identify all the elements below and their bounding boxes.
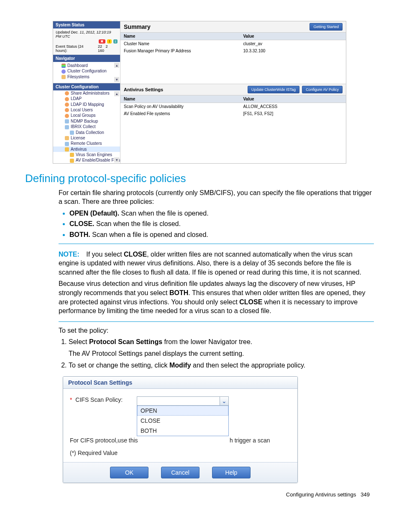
col-name: Name xyxy=(120,95,240,103)
scroll-down-icon[interactable]: ▾ xyxy=(114,157,119,162)
gear-icon xyxy=(61,69,66,74)
system-status-header: System Status xyxy=(53,21,120,28)
col-value: Value xyxy=(240,33,346,40)
warn-icon: ! xyxy=(107,39,112,44)
update-istag-button[interactable]: Update ClusterWide ISTag xyxy=(248,86,299,93)
ok-button[interactable]: OK xyxy=(110,467,148,478)
required-icon: * xyxy=(70,396,72,403)
summary-title: Summary xyxy=(124,23,151,30)
combo-dropdown: OPEN CLOSE BOTH xyxy=(137,406,229,436)
event-status-label: Event Status (24 hours): xyxy=(56,44,96,53)
protocol-dialog: Protocol Scan Settings * CIFS Scan Polic… xyxy=(63,376,298,483)
combo-option-close[interactable]: CLOSE xyxy=(137,416,228,426)
users-icon xyxy=(65,97,69,101)
summary-row: Cluster Name cluster_av xyxy=(120,40,346,47)
note-label: NOTE: xyxy=(59,251,79,258)
getting-started-button[interactable]: Getting Started xyxy=(309,23,343,31)
disk-icon xyxy=(65,125,69,129)
cifs-policy-combo[interactable]: ⌄ OPEN CLOSE BOTH xyxy=(137,396,229,436)
shield-icon xyxy=(65,147,69,152)
dialog-title: Protocol Scan Settings xyxy=(63,377,297,389)
col-value: Value xyxy=(240,95,346,103)
required-note: (*) Required Value xyxy=(70,450,291,456)
cc-local-groups[interactable]: Local Groups xyxy=(53,113,120,118)
field-description: For CIFS protocol,use this h trigger a s… xyxy=(70,437,291,444)
note-block: NOTE: If you select CLOSE, older written… xyxy=(59,244,374,322)
app-screenshot: System Status Updated Dec. 11, 2012, 12:… xyxy=(53,21,346,164)
combo-option-open[interactable]: OPEN xyxy=(137,406,228,416)
configure-av-button[interactable]: Configure AV Policy xyxy=(302,86,343,93)
cluster-config-header: Cluster Configuration xyxy=(53,83,120,90)
doc-icon xyxy=(65,136,69,140)
db-icon xyxy=(65,119,69,123)
summary-row: Fusion Manager Primary IP Address 10.3.3… xyxy=(120,47,346,54)
status-updated: Updated Dec. 11, 2012, 12:10:19 PM UTC xyxy=(56,30,118,39)
info-icon: i xyxy=(113,39,118,44)
steps-list: Select Protocol Scan Settings from the l… xyxy=(59,337,374,370)
col-name: Name xyxy=(120,33,240,40)
field-label: * CIFS Scan Policy: xyxy=(70,396,137,403)
av-row: AV Enabled File systems [FS1, FS3, FS2] xyxy=(120,110,346,117)
cc-virus-engines[interactable]: Virus Scan Engines xyxy=(53,152,120,157)
nav-dashboard[interactable]: Dashboard xyxy=(53,63,120,68)
scroll-down-icon[interactable]: ▾ xyxy=(114,77,119,82)
cc-ldap[interactable]: LDAP xyxy=(53,96,120,101)
list-item: To set or change the setting, click Modi… xyxy=(69,361,374,370)
combo-input[interactable] xyxy=(137,396,220,406)
help-button[interactable]: Help xyxy=(212,467,251,478)
users-icon xyxy=(65,103,69,107)
cc-av-enable[interactable]: AV Enable/Disable Filesystems xyxy=(53,157,120,163)
combo-option-both[interactable]: BOTH xyxy=(137,426,228,436)
users-icon xyxy=(65,114,69,118)
disk-icon xyxy=(70,131,74,135)
cc-license[interactable]: License xyxy=(53,135,120,141)
intro-para: For certain file sharing protocols (curr… xyxy=(59,188,374,206)
navigator-header: Navigator xyxy=(53,55,120,62)
cc-ndmp[interactable]: NDMP Backup xyxy=(53,118,120,124)
cancel-button[interactable]: Cancel xyxy=(161,467,200,478)
error-icon: ✖ xyxy=(99,39,105,44)
cc-local-users[interactable]: Local Users xyxy=(53,107,120,113)
scroll-up-icon[interactable]: ▴ xyxy=(114,63,119,68)
nav-cluster-config[interactable]: Cluster Configuration xyxy=(53,68,120,74)
cc-ibrix[interactable]: IBRIX Collect xyxy=(53,124,120,129)
folder-icon xyxy=(61,75,66,79)
cc-data-collection[interactable]: Data Collection xyxy=(53,130,120,135)
av-row: Scan Policy on AV Unavailability ALLOW_A… xyxy=(120,103,346,110)
policy-list: OPEN (Default). Scan when the file is op… xyxy=(59,209,374,239)
users-icon xyxy=(65,91,69,95)
cc-antivirus[interactable]: Antivirus xyxy=(53,146,120,152)
cc-ldap-id[interactable]: LDAP ID Mapping xyxy=(53,102,120,107)
cc-share-admins[interactable]: Share Administrators xyxy=(53,90,120,96)
list-item: CLOSE. Scan when the file is closed. xyxy=(69,219,374,229)
to-set-label: To set the policy: xyxy=(59,326,374,335)
shield-icon xyxy=(70,153,74,157)
list-item: OPEN (Default). Scan when the file is op… xyxy=(69,209,374,218)
page-footer: Configuring Antivirus settings 349 xyxy=(25,491,374,498)
chart-icon xyxy=(61,64,66,68)
shield-icon xyxy=(70,159,74,163)
chevron-down-icon[interactable]: ⌄ xyxy=(220,396,229,406)
av-title: Antivirus Settings xyxy=(124,87,163,92)
list-item: Select Protocol Scan Settings from the l… xyxy=(69,337,374,358)
users-icon xyxy=(65,108,69,112)
list-item: BOTH. Scan when a file is opened and clo… xyxy=(69,230,374,239)
cc-remote[interactable]: Remote Clusters xyxy=(53,141,120,146)
cluster-icon xyxy=(65,142,69,146)
nav-filesystems[interactable]: Filesystems xyxy=(53,74,120,80)
section-heading: Defining protocol-specific policies xyxy=(25,172,374,185)
scroll-up-icon[interactable]: ▴ xyxy=(114,91,119,96)
